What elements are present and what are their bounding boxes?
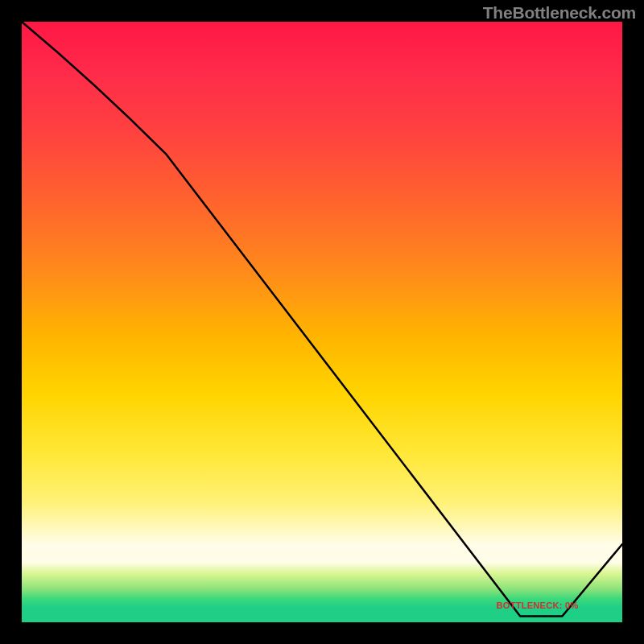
bottleneck-label: BOTTLENECK: 0% (497, 601, 579, 610)
bottleneck-line (22, 22, 622, 622)
watermark-text: TheBottleneck.com (483, 3, 636, 23)
chart-frame: BOTTLENECK: 0% TheBottleneck.com (0, 0, 644, 644)
